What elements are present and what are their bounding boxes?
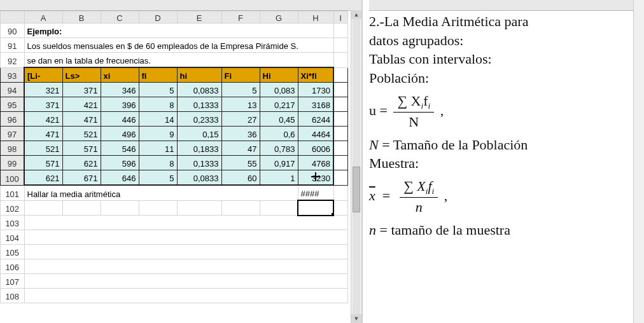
cell[interactable]: 0,45 xyxy=(260,112,298,127)
doc-ruler[interactable] xyxy=(369,0,638,11)
cell[interactable]: 3168 xyxy=(298,97,333,112)
cell[interactable] xyxy=(333,38,347,53)
cell[interactable] xyxy=(333,24,347,38)
row-header[interactable]: 97 xyxy=(1,127,25,141)
cell[interactable]: 0,2333 xyxy=(177,112,221,127)
cell[interactable] xyxy=(333,185,347,200)
cell[interactable]: 0,917 xyxy=(260,156,298,170)
cell[interactable]: 5 xyxy=(139,170,177,186)
row-header[interactable]: 108 xyxy=(1,289,25,303)
cell[interactable]: 396 xyxy=(101,97,139,112)
table-row[interactable]: 103 xyxy=(1,216,348,230)
cell[interactable] xyxy=(333,156,347,170)
cell[interactable] xyxy=(24,274,347,289)
cell[interactable]: 321 xyxy=(24,83,62,97)
row-header[interactable]: 104 xyxy=(1,230,25,245)
table-row[interactable]: 94 321 371 346 5 0,0833 5 0,083 1730 xyxy=(1,83,348,97)
cell[interactable]: 4768 xyxy=(298,156,333,170)
cell[interactable]: 0,783 xyxy=(260,141,298,156)
table-row[interactable]: 95 371 421 396 8 0,1333 13 0,217 3168 xyxy=(1,97,348,112)
col-A[interactable]: A xyxy=(24,11,62,24)
cell[interactable]: 471 xyxy=(24,127,62,141)
cell[interactable]: Hallar la media aritmética xyxy=(24,185,298,200)
row-header[interactable]: 103 xyxy=(1,216,25,230)
cell[interactable]: 521 xyxy=(62,127,101,141)
cell[interactable]: #### xyxy=(298,185,333,200)
scroll-thumb[interactable] xyxy=(353,167,360,212)
cell[interactable] xyxy=(333,83,347,97)
cell[interactable]: 11 xyxy=(139,141,177,156)
cell[interactable]: 0,1833 xyxy=(177,141,221,156)
row-header[interactable]: 92 xyxy=(1,53,25,68)
table-row[interactable]: 97 471 521 496 9 0,15 36 0,6 4464 xyxy=(1,127,348,141)
cell[interactable] xyxy=(177,200,221,216)
col-I[interactable]: I xyxy=(333,11,347,24)
cell[interactable] xyxy=(333,67,347,83)
cell[interactable]: 671 xyxy=(62,170,101,186)
select-all-cell[interactable] xyxy=(1,11,25,24)
row-header[interactable]: 98 xyxy=(1,141,25,156)
table-row[interactable]: 91 Los sueldos mensuales en $ de 60 empl… xyxy=(1,38,348,53)
cell[interactable]: 521 xyxy=(24,141,62,156)
cell[interactable]: 0,15 xyxy=(177,127,221,141)
cell[interactable] xyxy=(333,112,347,127)
cell[interactable]: 0,1333 xyxy=(177,97,221,112)
cell[interactable]: 0,0833 xyxy=(177,170,221,186)
cell[interactable]: 0,083 xyxy=(260,83,298,97)
cell[interactable]: 546 xyxy=(101,141,139,156)
cell[interactable]: 5 xyxy=(221,83,260,97)
cell[interactable]: 5 xyxy=(139,83,177,97)
cell[interactable] xyxy=(62,200,101,216)
cell[interactable]: 0,1333 xyxy=(177,156,221,170)
cell[interactable]: 3230 xyxy=(298,170,333,186)
table-row[interactable]: 100 621 671 646 5 0,0833 60 1 3230 xyxy=(1,170,348,186)
cell[interactable]: 346 xyxy=(101,83,139,97)
cell[interactable]: se dan en la tabla de frecuencias. xyxy=(24,53,333,68)
cell[interactable]: 596 xyxy=(101,156,139,170)
cell[interactable] xyxy=(333,97,347,112)
col-D[interactable]: D xyxy=(139,11,177,24)
cell[interactable]: 60 xyxy=(221,170,260,186)
cell[interactable]: 646 xyxy=(101,170,139,186)
cell[interactable]: 27 xyxy=(221,112,260,127)
row-header[interactable]: 94 xyxy=(1,83,25,97)
cell[interactable] xyxy=(333,127,347,141)
cell[interactable]: 421 xyxy=(24,112,62,127)
doc-scrollbar[interactable] xyxy=(633,0,644,323)
cell[interactable]: 14 xyxy=(139,112,177,127)
cell[interactable]: 421 xyxy=(62,97,101,112)
cell[interactable] xyxy=(101,200,139,216)
table-row[interactable]: 101 Hallar la media aritmética #### xyxy=(1,185,348,200)
cell[interactable] xyxy=(24,289,347,303)
row-header[interactable]: 96 xyxy=(1,112,25,127)
cell[interactable]: Hi xyxy=(260,67,298,83)
cell[interactable]: 496 xyxy=(101,127,139,141)
cell[interactable]: 6244 xyxy=(298,112,333,127)
row-header[interactable]: 105 xyxy=(1,245,25,259)
cell[interactable] xyxy=(24,259,347,274)
cell[interactable]: Fi xyxy=(221,67,260,83)
table-row[interactable]: 98 521 571 546 11 0,1833 47 0,783 6006 xyxy=(1,141,348,156)
cell[interactable]: Los sueldos mensuales en $ de 60 emplead… xyxy=(24,38,333,53)
cell[interactable]: 36 xyxy=(221,127,260,141)
cell[interactable]: Xi*fi xyxy=(298,67,333,83)
col-E[interactable]: E xyxy=(177,11,221,24)
cell[interactable]: 0,0833 xyxy=(177,83,221,97)
table-row[interactable]: 108 xyxy=(1,289,348,303)
table-row[interactable]: 102 xyxy=(1,200,348,216)
col-F[interactable]: F xyxy=(221,11,260,24)
cell[interactable] xyxy=(24,245,347,259)
cell[interactable]: xi xyxy=(101,67,139,83)
table-row[interactable]: 105 xyxy=(1,245,348,259)
row-header[interactable]: 99 xyxy=(1,156,25,170)
col-B[interactable]: B xyxy=(62,11,101,24)
cell[interactable]: 371 xyxy=(24,97,62,112)
cell[interactable] xyxy=(333,141,347,156)
col-C[interactable]: C xyxy=(101,11,139,24)
cell[interactable]: 8 xyxy=(139,97,177,112)
cell[interactable]: 571 xyxy=(24,156,62,170)
cell[interactable]: 371 xyxy=(62,83,101,97)
cell[interactable] xyxy=(333,53,347,68)
column-headers[interactable]: A B C D E F G H I xyxy=(1,11,348,24)
cell[interactable]: Ls> xyxy=(62,67,101,83)
